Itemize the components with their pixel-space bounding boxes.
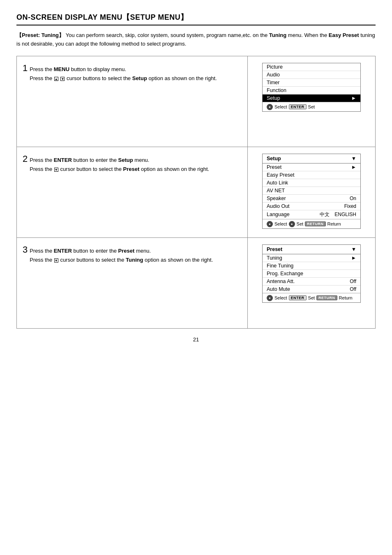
- menu-item-av-net: AV NET: [263, 187, 360, 194]
- menu-item-audio-out: Audio Out Fixed: [263, 202, 360, 210]
- select-2-label: Select: [274, 221, 287, 226]
- menu-item-prog-exchange: Prog. Exchange: [263, 269, 360, 277]
- step-3-left: 3 Press the ENTER button to enter the Pr…: [17, 238, 248, 328]
- menu-item-audio: Audio: [263, 71, 360, 78]
- step-1-menu-content: Picture Audio Timer Function Setup ► ● S…: [262, 63, 361, 112]
- step-2-right: Setup ▼ Preset ► Easy Preset Auto Link A…: [248, 147, 375, 237]
- step-2-left: 2 Press the ENTER button to enter the Se…: [17, 147, 248, 237]
- language-value: 中文 ENGLISH: [320, 211, 356, 218]
- menu-item-language: Language 中文 ENGLISH: [263, 210, 360, 219]
- return-3-label: Return: [339, 295, 353, 300]
- select-label: Select: [274, 104, 287, 109]
- menu-item-setup: Setup ►: [263, 94, 360, 102]
- setup-title-arrow: ▼: [351, 156, 356, 161]
- enter-pill: ENTER: [289, 104, 307, 109]
- tuning-arrow: ►: [351, 255, 356, 261]
- menu-item-timer: Timer: [263, 78, 360, 86]
- step-3-tuning-bold: Tuning: [126, 257, 143, 263]
- return-pill: RETURN: [305, 221, 326, 226]
- menu-item-fine-tuning: Fine Tuning: [263, 262, 360, 269]
- intro-text: 【Preset: Tuning】 You can perform search,…: [16, 31, 376, 48]
- set-3-label: Set: [308, 295, 315, 300]
- step-1-menu-footer: ● Select ENTER Set: [263, 102, 360, 111]
- antenna-value: Off: [350, 279, 356, 284]
- page-title: ON-SCREEN DISPLAY MENU【SETUP MENU】: [16, 12, 376, 25]
- enter-pill-3: ENTER: [289, 295, 307, 300]
- menu-item-tuning: Tuning ►: [263, 254, 360, 262]
- set-circle-icon: ●: [289, 221, 295, 227]
- step-2-menu-footer: ● Select ● Set RETURN Return: [263, 219, 360, 228]
- step-1-header: 1 Press the MENU button to display menu.…: [23, 64, 240, 83]
- step-1-menu: Picture Audio Timer Function Setup ► ● S…: [262, 63, 361, 112]
- step-3-header: 3 Press the ENTER button to enter the Pr…: [23, 245, 240, 265]
- preset-title-arrow: ▼: [351, 246, 356, 252]
- speaker-value: On: [350, 196, 356, 201]
- step-3-menu-footer: ● Select ENTER Set RETURN Return: [263, 293, 360, 302]
- set-label: Set: [308, 104, 315, 109]
- select-3-label: Select: [274, 295, 287, 300]
- step-3-menu: Preset ▼ Tuning ► Fine Tuning Prog. Exch…: [262, 244, 361, 303]
- menu-item-antenna: Antenna Att. Off: [263, 277, 360, 285]
- set-2-label: Set: [297, 221, 304, 226]
- step-3-menu-heading: Preset ▼: [262, 244, 361, 254]
- step-3-number: 3: [23, 245, 28, 254]
- cursor-down-3-icon: ▼: [54, 258, 58, 263]
- menu-item-auto-link: Auto Link: [263, 179, 360, 187]
- step-2-header: 2 Press the ENTER button to enter the Se…: [23, 154, 240, 174]
- intro-bracket: 【Preset: Tuning】: [16, 32, 64, 38]
- step-1-menu-bold: MENU: [54, 66, 69, 72]
- page-number: 21: [16, 336, 376, 343]
- cursor-down-icon: ▼: [60, 77, 65, 81]
- preset-arrow: ►: [351, 164, 356, 170]
- step-2-row: 2 Press the ENTER button to enter the Se…: [16, 147, 376, 238]
- step-3-menu-content: Tuning ► Fine Tuning Prog. Exchange Ante…: [262, 254, 361, 303]
- page-container: ON-SCREEN DISPLAY MENU【SETUP MENU】 【Pres…: [16, 12, 376, 343]
- audio-out-value: Fixed: [344, 203, 356, 209]
- step-2-menu: Setup ▼ Preset ► Easy Preset Auto Link A…: [262, 154, 361, 229]
- step-1-setup-bold: Setup: [132, 75, 147, 81]
- menu-item-auto-mute: Auto Mute Off: [263, 285, 360, 293]
- step-2-enter-bold: ENTER: [54, 157, 72, 163]
- step-1-row: 1 Press the MENU button to display menu.…: [16, 56, 376, 147]
- menu-item-preset: Preset ►: [263, 164, 360, 171]
- step-1-text: Press the MENU button to display menu. P…: [30, 65, 217, 83]
- step-2-setup-bold: Setup: [118, 157, 133, 163]
- return-pill-3: RETURN: [316, 295, 337, 300]
- step-1-number: 1: [23, 64, 28, 73]
- step-3-row: 3 Press the ENTER button to enter the Pr…: [16, 237, 376, 329]
- step-2-text: Press the ENTER button to enter the Setu…: [30, 156, 209, 174]
- step-3-preset-bold: Preset: [118, 248, 135, 254]
- step-2-menu-heading: Setup ▼: [262, 154, 361, 163]
- cursor-down-2-icon: ▼: [54, 168, 58, 172]
- menu-item-speaker: Speaker On: [263, 194, 360, 202]
- step-1-left: 1 Press the MENU button to display menu.…: [17, 56, 248, 147]
- menu-item-function: Function: [263, 86, 360, 94]
- setup-arrow: ►: [351, 95, 356, 101]
- cursor-up-icon: ▲: [54, 77, 58, 81]
- step-3-right: Preset ▼ Tuning ► Fine Tuning Prog. Exch…: [248, 238, 375, 328]
- setup-title: Setup: [267, 156, 281, 161]
- step-3-enter-bold: ENTER: [54, 248, 72, 254]
- auto-mute-value: Off: [350, 286, 356, 292]
- step-2-preset-bold: Preset: [123, 166, 140, 172]
- menu-item-picture: Picture: [263, 63, 360, 71]
- step-1-right: Picture Audio Timer Function Setup ► ● S…: [248, 56, 375, 147]
- preset-title: Preset: [267, 246, 282, 252]
- select-circle-icon: ●: [267, 104, 273, 110]
- select-circle-2-icon: ●: [267, 221, 273, 227]
- step-2-number: 2: [23, 154, 28, 164]
- step-3-text: Press the ENTER button to enter the Pres…: [30, 246, 213, 265]
- steps-container: 1 Press the MENU button to display menu.…: [16, 56, 376, 329]
- select-circle-3-icon: ●: [267, 295, 273, 301]
- menu-item-easy-preset: Easy Preset: [263, 171, 360, 179]
- return-label: Return: [327, 221, 341, 226]
- step-2-menu-content: Preset ► Easy Preset Auto Link AV NET Sp…: [262, 163, 361, 229]
